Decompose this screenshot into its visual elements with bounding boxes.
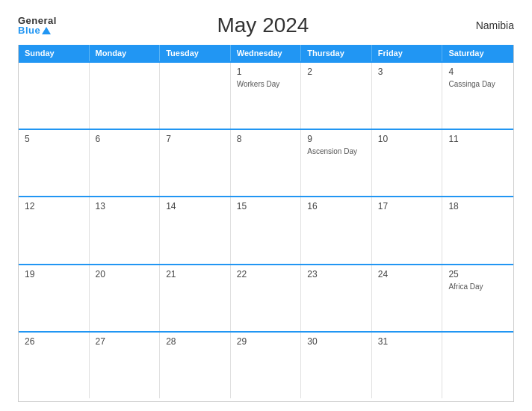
day-number: 25 <box>448 269 507 279</box>
calendar-title: May 2024 <box>57 13 469 37</box>
day-number: 31 <box>378 336 436 347</box>
day-number: 8 <box>237 134 295 144</box>
day-number: 19 <box>25 269 83 279</box>
day-cell-w5-d7 <box>442 333 513 398</box>
day-cell-w5-d1: 26 <box>19 333 90 398</box>
day-cell-w1-d6: 3 <box>372 63 443 129</box>
day-number: 7 <box>166 134 224 144</box>
calendar-grid: Sunday Monday Tuesday Wednesday Thursday… <box>18 45 514 402</box>
day-cell-w3-d3: 14 <box>160 197 231 263</box>
day-cell-w2-d3: 7 <box>160 130 231 196</box>
day-number: 3 <box>378 67 436 77</box>
header-saturday: Saturday <box>442 45 513 61</box>
day-number: 21 <box>166 269 224 279</box>
day-number: 9 <box>307 134 365 144</box>
header: General Blue May 2024 Namibia <box>18 13 514 37</box>
day-number: 17 <box>378 201 436 211</box>
logo-blue-text: Blue <box>18 25 40 35</box>
day-cell-w1-d4: 1Workers Day <box>231 63 302 129</box>
day-cell-w1-d5: 2 <box>301 63 372 129</box>
day-cell-w4-d1: 19 <box>19 265 90 331</box>
header-friday: Friday <box>372 45 443 61</box>
day-number: 6 <box>96 134 154 144</box>
day-number: 28 <box>166 336 224 347</box>
holiday-name: Workers Day <box>237 79 295 89</box>
day-number: 26 <box>25 336 83 347</box>
day-number: 14 <box>166 201 224 211</box>
day-number: 12 <box>25 201 83 211</box>
day-cell-w2-d4: 8 <box>231 130 302 196</box>
header-tuesday: Tuesday <box>160 45 231 61</box>
day-headers-row: Sunday Monday Tuesday Wednesday Thursday… <box>19 45 513 61</box>
day-cell-w4-d2: 20 <box>90 265 161 331</box>
day-number: 1 <box>237 67 295 77</box>
header-thursday: Thursday <box>301 45 372 61</box>
day-cell-w5-d6: 31 <box>372 333 443 398</box>
day-cell-w3-d5: 16 <box>301 197 372 263</box>
week-row-1: 1Workers Day234Cassinga Day <box>19 61 513 129</box>
day-cell-w1-d1 <box>19 63 90 129</box>
day-number: 11 <box>448 134 507 144</box>
day-cell-w4-d3: 21 <box>160 265 231 331</box>
day-cell-w4-d6: 24 <box>372 265 443 331</box>
day-cell-w4-d4: 22 <box>231 265 302 331</box>
day-cell-w3-d4: 15 <box>231 197 302 263</box>
day-number: 22 <box>237 269 295 279</box>
day-number: 4 <box>448 67 507 77</box>
week-row-2: 56789Ascension Day1011 <box>19 129 513 196</box>
day-number: 24 <box>378 269 436 279</box>
day-number: 20 <box>96 269 154 279</box>
calendar-page: General Blue May 2024 Namibia Sunday Mon… <box>0 0 532 411</box>
week-row-3: 12131415161718 <box>19 196 513 263</box>
day-cell-w3-d6: 17 <box>372 197 443 263</box>
day-cell-w3-d1: 12 <box>19 197 90 263</box>
day-cell-w2-d7: 11 <box>442 130 513 196</box>
logo: General Blue <box>18 16 57 35</box>
header-monday: Monday <box>90 45 161 61</box>
header-wednesday: Wednesday <box>231 45 302 61</box>
day-cell-w5-d5: 30 <box>301 333 372 398</box>
day-cell-w1-d3 <box>160 63 231 129</box>
day-number: 15 <box>237 201 295 211</box>
day-number: 30 <box>307 336 365 347</box>
day-cell-w5-d4: 29 <box>231 333 302 398</box>
header-sunday: Sunday <box>19 45 90 61</box>
day-number: 27 <box>96 336 154 347</box>
holiday-name: Cassinga Day <box>448 79 507 89</box>
day-cell-w4-d5: 23 <box>301 265 372 331</box>
day-number: 16 <box>307 201 365 211</box>
weeks-container: 1Workers Day234Cassinga Day56789Ascensio… <box>19 61 513 398</box>
day-cell-w1-d7: 4Cassinga Day <box>442 63 513 129</box>
day-number: 23 <box>307 269 365 279</box>
day-cell-w1-d2 <box>90 63 161 129</box>
day-number: 13 <box>96 201 154 211</box>
day-number: 2 <box>307 67 365 77</box>
country-label: Namibia <box>469 19 514 31</box>
day-cell-w3-d2: 13 <box>90 197 161 263</box>
day-cell-w2-d1: 5 <box>19 130 90 196</box>
day-number: 10 <box>378 134 436 144</box>
day-number: 29 <box>237 336 295 347</box>
holiday-name: Ascension Day <box>307 146 365 156</box>
day-cell-w3-d7: 18 <box>442 197 513 263</box>
day-number: 5 <box>25 134 83 144</box>
holiday-name: Africa Day <box>448 282 507 291</box>
week-row-5: 262728293031 <box>19 331 513 398</box>
day-cell-w2-d5: 9Ascension Day <box>301 130 372 196</box>
day-cell-w5-d3: 28 <box>160 333 231 398</box>
day-cell-w4-d7: 25Africa Day <box>442 265 513 331</box>
day-number: 18 <box>448 201 507 211</box>
logo-triangle-icon <box>42 27 51 34</box>
day-cell-w2-d6: 10 <box>372 130 443 196</box>
week-row-4: 19202122232425Africa Day <box>19 264 513 331</box>
day-cell-w5-d2: 27 <box>90 333 161 398</box>
day-cell-w2-d2: 6 <box>90 130 161 196</box>
